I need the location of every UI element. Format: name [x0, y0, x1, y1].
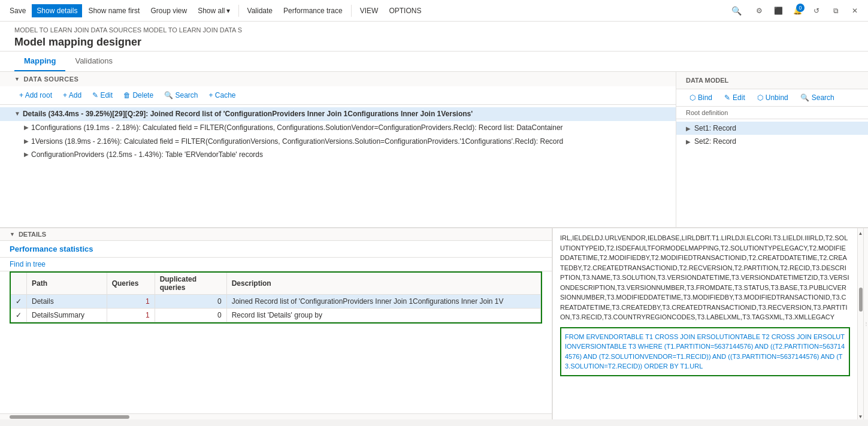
drag-handle[interactable]: ⋮: [863, 228, 868, 419]
cache-button[interactable]: + Cache: [204, 89, 240, 102]
description-text-1: IRL,IELDELDJ.URLVENDOR,IELDBASE,LIRLDBIT…: [560, 233, 850, 322]
delete-button[interactable]: 🗑 Delete: [119, 89, 158, 102]
show-details-button[interactable]: Show details: [32, 4, 82, 17]
dm-edit-button[interactable]: ✎ Edit: [721, 92, 749, 104]
tab-mapping[interactable]: Mapping: [14, 52, 65, 71]
edit-icon: ✎: [724, 93, 730, 102]
row-path-details[interactable]: Details: [27, 295, 107, 309]
expand-icon: ▶: [686, 138, 691, 145]
performance-stats-title: Performance statistics: [0, 241, 552, 258]
description-sql-text: FROM ERVENDORTABLE T1 CROSS JOIN ERSOLUT…: [560, 327, 850, 376]
settings-icon[interactable]: ⚙: [751, 2, 767, 19]
details-section-header[interactable]: ▼ DETAILS: [0, 228, 552, 241]
tree-item-1versions[interactable]: ▶ 1Versions (18.9ms - 2.16%): Calculated…: [0, 135, 676, 149]
expand-icon: ▶: [24, 151, 29, 158]
expand-icon: ▶: [24, 124, 29, 131]
data-model-toolbar: ⬡ Bind ✎ Edit ⬡ Unbind 🔍 Search: [676, 89, 868, 107]
edit-button[interactable]: ✎ Edit: [87, 89, 117, 102]
save-button[interactable]: Save: [5, 4, 31, 17]
dm-tree-item-set1[interactable]: ▶ Set1: Record: [676, 122, 868, 135]
dm-search-button[interactable]: 🔍 Search: [797, 92, 838, 104]
vertical-scrollbar[interactable]: ▲ ▼: [857, 228, 863, 419]
data-sources-toolbar: + Add root + Add ✎ Edit 🗑 Delete 🔍 Searc…: [0, 86, 676, 105]
unbind-button[interactable]: ⬡ Unbind: [754, 92, 792, 104]
col-description: Description: [226, 273, 540, 295]
view-button[interactable]: VIEW: [355, 4, 383, 17]
tree-item-configproviders[interactable]: ▶ ConfigurationProviders (12.5ms - 1.43%…: [0, 148, 676, 162]
data-model-section-header: DATA MODEL: [676, 72, 868, 89]
group-view-button[interactable]: Group view: [146, 4, 192, 17]
performance-trace-button[interactable]: Performance trace: [279, 4, 347, 17]
dm-tree-item-set2-label: Set2: Record: [694, 137, 736, 146]
search-button[interactable]: 🔍 Search: [159, 89, 202, 102]
tree-item-1configs-label: 1Configurations (19.1ms - 2.18%): Calcul…: [31, 123, 563, 133]
chevron-down-icon: ▼: [10, 231, 15, 237]
data-sources-section-header[interactable]: ▼ DATA SOURCES: [0, 72, 676, 86]
col-queries: Queries: [107, 273, 155, 295]
chevron-down-icon: ▾: [226, 7, 230, 15]
row-dup-summary: 0: [155, 309, 226, 322]
row-check-details: ✓: [11, 295, 27, 309]
chevron-down-icon: ▼: [14, 76, 20, 82]
find-in-tree-link[interactable]: Find in tree: [0, 258, 552, 271]
horizontal-scrollbar[interactable]: [0, 413, 552, 419]
root-definition-label: Root definition: [676, 107, 868, 119]
search-icon: 🔍: [800, 93, 809, 102]
bind-icon: ⬡: [689, 93, 695, 102]
table-row[interactable]: ✓ DetailsSummary 1 0 Record list 'Detail…: [11, 309, 541, 322]
dm-tree-item-set1-label: Set1: Record: [694, 124, 736, 132]
add-root-button[interactable]: + Add root: [14, 89, 57, 102]
toolbar-separator: [238, 5, 239, 17]
col-dup-queries: Duplicated queries: [155, 273, 226, 295]
col-check: [11, 273, 27, 295]
h-scroll-thumb: [10, 415, 129, 419]
tab-validations[interactable]: Validations: [65, 52, 122, 71]
dm-tree-item-set2[interactable]: ▶ Set2: Record: [676, 135, 868, 148]
refresh-icon[interactable]: ↺: [808, 2, 825, 19]
expand-icon: ▼: [14, 110, 20, 117]
page-title: Model mapping designer: [14, 36, 854, 49]
tree-item-1versions-label: 1Versions (18.9ms - 2.16%): Calculated f…: [31, 137, 563, 147]
tree-item-configproviders-label: ConfigurationProviders (12.5ms - 1.43%):…: [31, 150, 263, 160]
global-search-icon[interactable]: 🔍: [728, 2, 745, 19]
options-button[interactable]: OPTIONS: [384, 4, 426, 17]
window-controls: ⚙ ⬛ 🔔 0 ↺ ⧉ ✕: [751, 2, 863, 19]
scroll-down-arrow[interactable]: ▼: [858, 414, 863, 419]
popout-icon[interactable]: ⧉: [827, 2, 844, 19]
add-button[interactable]: + Add: [58, 89, 86, 102]
notification-badge: 0: [796, 4, 805, 12]
table-row[interactable]: ✓ Details 1 0 Joined Record list of 'Con…: [11, 295, 541, 309]
tree-item-details[interactable]: ▼ Details (343.4ms - 39.25%)[29][Q:29]: …: [0, 107, 676, 121]
notification-icon[interactable]: 🔔 0: [789, 2, 806, 19]
description-panel: IRL,IELDELDJ.URLVENDOR,IELDBASE,LIRLDBIT…: [552, 228, 857, 419]
performance-table: Path Queries Duplicated queries Descript…: [11, 273, 541, 322]
row-queries-summary: 1: [107, 309, 155, 322]
scroll-thumb: [859, 288, 863, 312]
tree-item-details-label: Details (343.4ms - 39.25%)[29][Q:29]: Jo…: [23, 109, 473, 119]
header-area: MODEL TO LEARN JOIN DATA SOURCES MODEL T…: [0, 22, 868, 52]
data-sources-label: DATA SOURCES: [23, 75, 78, 83]
close-icon[interactable]: ✕: [846, 2, 863, 19]
col-path: Path: [27, 273, 107, 295]
row-queries-details: 1: [107, 295, 155, 309]
data-sources-tree: ▼ Details (343.4ms - 39.25%)[29][Q:29]: …: [0, 105, 676, 227]
drag-handle-icon: ⋮: [864, 321, 869, 327]
show-all-button[interactable]: Show all ▾: [193, 4, 234, 17]
bind-button[interactable]: ⬡ Bind: [686, 92, 716, 104]
details-label: DETAILS: [19, 231, 46, 238]
tabs-bar: Mapping Validations: [0, 52, 868, 72]
validate-button[interactable]: Validate: [243, 4, 277, 17]
data-model-tree: ▶ Set1: Record ▶ Set2: Record: [676, 119, 868, 227]
scroll-up-arrow[interactable]: ▲: [858, 231, 863, 236]
row-path-summary[interactable]: DetailsSummary: [27, 309, 107, 322]
show-name-first-button[interactable]: Show name first: [83, 4, 144, 17]
unbind-icon: ⬡: [757, 93, 763, 102]
tree-item-1configurations[interactable]: ▶ 1Configurations (19.1ms - 2.18%): Calc…: [0, 121, 676, 135]
row-desc-summary: Record list 'Details' group by: [226, 309, 540, 322]
row-check-summary: ✓: [11, 309, 27, 322]
description-panel-container: IRL,IELDELDJ.URLVENDOR,IELDBASE,LIRLDBIT…: [552, 228, 863, 419]
breadcrumb: MODEL TO LEARN JOIN DATA SOURCES MODEL T…: [14, 26, 854, 34]
toolbar-separator-2: [351, 5, 352, 17]
performance-table-container: Path Queries Duplicated queries Descript…: [10, 271, 542, 324]
office-icon[interactable]: ⬛: [770, 2, 787, 19]
